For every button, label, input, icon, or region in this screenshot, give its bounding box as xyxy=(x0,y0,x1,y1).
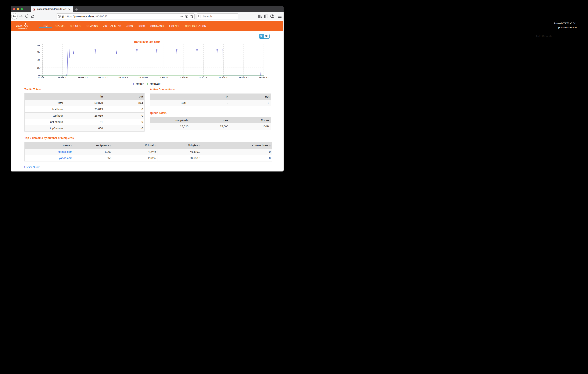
svg-text:16:35:57: 16:35:57 xyxy=(178,76,188,79)
svg-text:SPARK: SPARK xyxy=(16,24,22,27)
svg-text:16:41:22: 16:41:22 xyxy=(199,76,209,79)
svg-text:16:08:52: 16:08:52 xyxy=(78,76,88,79)
svg-text:16:46:47: 16:46:47 xyxy=(219,76,229,79)
svg-text:16:25:07: 16:25:07 xyxy=(138,76,148,79)
svg-text:60: 60 xyxy=(37,44,40,47)
svg-text:ST: ST xyxy=(27,24,30,27)
svg-text:16:14:17: 16:14:17 xyxy=(98,76,108,79)
svg-text:45: 45 xyxy=(37,51,40,53)
svg-text:16:03:27: 16:03:27 xyxy=(58,76,68,79)
svg-text:16:19:42: 16:19:42 xyxy=(118,76,128,79)
svg-text:16:52:12: 16:52:12 xyxy=(239,76,249,79)
svg-text:16:57:37: 16:57:37 xyxy=(259,76,269,79)
svg-text:15: 15 xyxy=(37,66,40,69)
svg-text:P: P xyxy=(23,24,25,27)
svg-text:30: 30 xyxy=(37,59,40,61)
svg-text:15:58:02: 15:58:02 xyxy=(38,76,48,79)
svg-text:16:30:32: 16:30:32 xyxy=(158,76,168,79)
